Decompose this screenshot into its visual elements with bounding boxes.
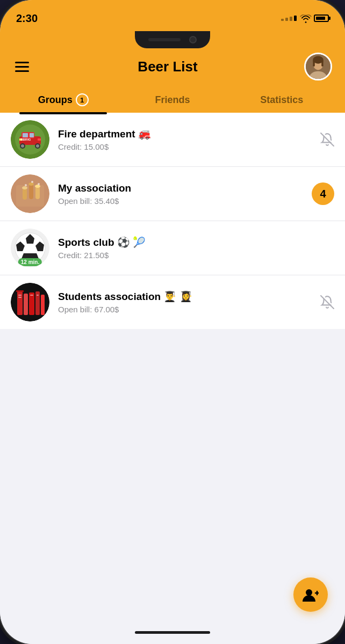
- avatar-image: [306, 54, 330, 79]
- svg-rect-49: [37, 295, 39, 296]
- svg-rect-5: [313, 60, 315, 67]
- group-info-fire: Fire department 🚒 Credit: 15.00$: [58, 128, 320, 151]
- svg-rect-6: [321, 60, 324, 67]
- group-action-fire[interactable]: [320, 133, 334, 147]
- tab-groups[interactable]: Groups 1: [9, 88, 118, 113]
- list-item[interactable]: Students association 👨‍🎓 👩‍🎓 Open bill: …: [0, 275, 345, 329]
- fab-container: [293, 577, 328, 612]
- list-item[interactable]: 12 min. Sports club ⚽ 🎾 Credit: 21.50$: [0, 221, 345, 275]
- list-item[interactable]: SBRIG Fire department 🚒 Credit: 15.00$: [0, 113, 345, 167]
- svg-rect-46: [18, 295, 21, 296]
- svg-rect-23: [23, 188, 27, 200]
- battery-icon: [314, 14, 329, 22]
- tab-statistics[interactable]: Statistics: [227, 88, 336, 113]
- groups-list: SBRIG Fire department 🚒 Credit: 15.00$: [0, 113, 345, 625]
- group-name-assoc: My association: [58, 182, 312, 194]
- svg-point-28: [35, 185, 40, 188]
- svg-rect-42: [24, 294, 28, 315]
- tab-friends-label: Friends: [155, 94, 190, 106]
- add-user-icon: [303, 588, 319, 602]
- group-name-students: Students association 👨‍🎓 👩‍🎓: [58, 290, 320, 303]
- svg-rect-24: [29, 184, 33, 199]
- group-name-fire: Fire department 🚒: [58, 128, 320, 140]
- signal-icon: [281, 16, 297, 21]
- bell-off-icon: [320, 133, 334, 147]
- user-avatar[interactable]: [304, 53, 332, 80]
- notification-badge: 4: [312, 182, 334, 205]
- group-avatar-fire: SBRIG: [11, 120, 49, 159]
- group-avatar-students: [11, 283, 49, 321]
- svg-rect-25: [35, 186, 40, 199]
- svg-point-12: [21, 144, 24, 148]
- svg-rect-41: [16, 290, 24, 292]
- tab-groups-label: Groups: [38, 94, 73, 106]
- group-avatar-assoc: [11, 174, 49, 213]
- wifi-icon: [300, 14, 311, 22]
- group-detail-fire: Credit: 15.00$: [58, 142, 320, 151]
- group-action-assoc[interactable]: 4: [312, 182, 334, 205]
- svg-line-20: [321, 133, 334, 146]
- group-detail-students: Open bill: 67.00$: [58, 305, 320, 314]
- svg-rect-43: [29, 292, 34, 315]
- svg-point-29: [25, 184, 27, 186]
- home-indicator: [0, 625, 345, 644]
- svg-point-26: [22, 186, 27, 189]
- group-avatar-sports: 12 min.: [11, 229, 49, 267]
- add-group-button[interactable]: [293, 577, 328, 612]
- svg-point-14: [36, 144, 39, 148]
- tab-friends[interactable]: Friends: [118, 88, 227, 113]
- svg-rect-47: [18, 297, 21, 298]
- phone-frame: 2:30: [0, 0, 345, 644]
- notch: [0, 29, 345, 48]
- svg-rect-48: [30, 295, 33, 296]
- notch-pill: [135, 31, 210, 48]
- home-bar: [135, 631, 210, 634]
- bell-off-icon-students: [320, 295, 334, 309]
- page-title: Beer List: [138, 58, 197, 75]
- group-info-assoc: My association Open bill: 35.40$: [58, 182, 312, 206]
- svg-point-27: [28, 182, 34, 186]
- svg-rect-16: [30, 133, 34, 137]
- svg-rect-18: [38, 138, 41, 141]
- svg-text:SBRIG: SBRIG: [20, 138, 31, 141]
- screen: 2:30: [0, 0, 345, 644]
- status-icons: [281, 14, 329, 22]
- svg-rect-45: [41, 295, 45, 315]
- list-item[interactable]: My association Open bill: 35.40$ 4: [0, 167, 345, 221]
- group-name-sports: Sports club ⚽ 🎾: [58, 236, 318, 248]
- tab-statistics-label: Statistics: [260, 94, 303, 106]
- tab-bar: Groups 1 Friends Statistics: [0, 88, 345, 113]
- group-info-students: Students association 👨‍🎓 👩‍🎓 Open bill: …: [58, 290, 320, 314]
- svg-line-50: [321, 296, 334, 309]
- status-time: 2:30: [16, 12, 38, 25]
- front-camera: [189, 36, 197, 43]
- hamburger-menu-button[interactable]: [13, 60, 31, 74]
- time-badge-sports: 12 min.: [18, 258, 42, 266]
- group-detail-sports: Credit: 21.50$: [58, 251, 318, 260]
- group-action-students[interactable]: [320, 295, 334, 309]
- svg-point-30: [31, 181, 33, 183]
- svg-rect-15: [23, 133, 28, 137]
- header: Beer List: [0, 48, 345, 88]
- svg-point-31: [38, 183, 40, 185]
- tab-groups-badge: 1: [76, 93, 89, 106]
- status-bar: 2:30: [0, 0, 345, 29]
- group-detail-assoc: Open bill: 35.40$: [58, 196, 312, 206]
- speaker: [148, 38, 181, 41]
- svg-point-51: [306, 589, 312, 596]
- group-info-sports: Sports club ⚽ 🎾 Credit: 21.50$: [58, 236, 318, 260]
